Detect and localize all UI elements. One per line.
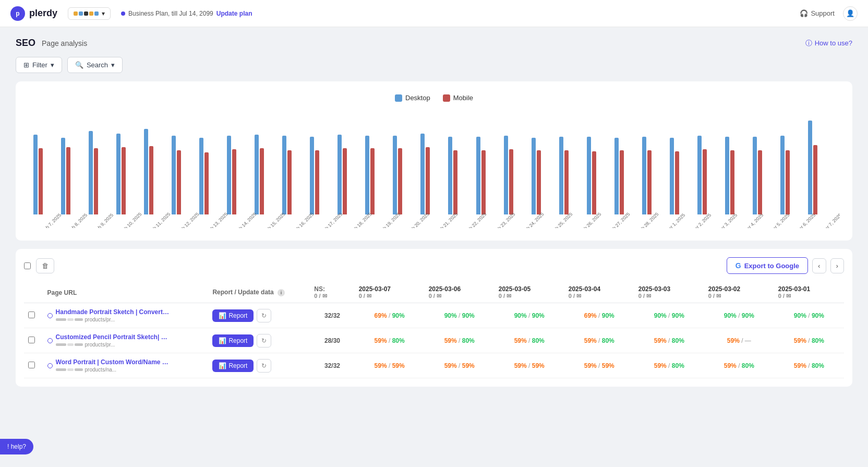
desktop-checkbox[interactable]: [395, 94, 402, 102]
desktop-bar: [670, 138, 674, 214]
user-icon[interactable]: 👤: [843, 6, 858, 21]
score-a: 90%: [794, 312, 806, 319]
bar-group: [420, 134, 447, 214]
desktop-bar: [282, 136, 286, 214]
chevron-down-icon: ▾: [51, 61, 54, 69]
score-b: 90%: [462, 312, 475, 319]
prev-arrow-button[interactable]: ‹: [812, 258, 826, 273]
select-all-checkbox[interactable]: [24, 262, 31, 269]
desktop-bar: [89, 131, 93, 214]
mobile-bar: [426, 147, 430, 214]
search-icon: 🔍: [75, 61, 83, 69]
table-header-row: 🗑 G Export to Google ‹ ›: [24, 257, 844, 274]
desktop-bar: [310, 137, 314, 214]
export-label: Export to Google: [744, 262, 799, 270]
mobile-bar: [453, 150, 457, 214]
score-a: 90%: [724, 312, 737, 319]
search-label: Search: [87, 61, 108, 69]
page-url-sub: products/na...: [56, 367, 171, 373]
bar-group: [504, 136, 531, 214]
refresh-button[interactable]: ↻: [257, 334, 271, 348]
desktop-bar: [365, 136, 369, 214]
score-a: 90%: [514, 312, 527, 319]
refresh-button[interactable]: ↻: [257, 309, 271, 322]
mobile-bar: [39, 148, 43, 214]
score-b: 80%: [392, 337, 405, 344]
logo-icon: p: [10, 6, 25, 21]
url-path: products/pr...: [85, 317, 115, 322]
desktop-bar: [61, 138, 65, 214]
mobile-bar: [260, 148, 264, 214]
update-plan-link[interactable]: Update plan: [216, 10, 252, 17]
score-b: 59%: [392, 362, 405, 369]
refresh-button[interactable]: ↻: [257, 359, 271, 373]
score-a: 59%: [584, 362, 597, 369]
score-b: 80%: [672, 337, 684, 344]
ns-value: 32/32: [324, 362, 340, 369]
report-cell: 📊 Report ↻: [208, 303, 310, 328]
seo-label: SEO: [16, 38, 35, 49]
desktop-bar: [614, 138, 619, 214]
table-row: Handmade Portrait Sketch | Convert P... …: [24, 303, 844, 328]
report-actions: 📊 Report ↻: [212, 309, 306, 322]
score-b: 90%: [392, 312, 405, 319]
how-to-use-link[interactable]: ⓘ How to use?: [805, 39, 852, 48]
score-cell-2: 90% / 90%: [495, 303, 564, 328]
mobile-bar: [370, 148, 375, 214]
score-cell-1: 90% / 90%: [425, 303, 495, 328]
mobile-bar: [232, 149, 236, 214]
url-path: products/na...: [85, 367, 117, 373]
support-button[interactable]: 🎧 Support: [800, 9, 835, 17]
page-url-link[interactable]: Word Portrait | Custom Word/Name P...: [56, 358, 171, 366]
url-cell: Handmade Portrait Sketch | Convert P... …: [43, 303, 209, 328]
legend-mobile[interactable]: Mobile: [443, 94, 473, 102]
score-cell-4: 59% / 80%: [634, 353, 704, 378]
ns-cell: 32/32: [310, 303, 354, 328]
bar-group: [808, 121, 835, 214]
report-button[interactable]: 📊 Report: [212, 360, 254, 372]
bar-group: [172, 136, 198, 214]
page-url-sub: products/pr...: [56, 342, 171, 348]
bar-group: [33, 135, 60, 214]
info-icon[interactable]: i: [278, 289, 285, 296]
legend-desktop-label: Desktop: [405, 94, 430, 102]
plan-selector[interactable]: ▾: [68, 7, 111, 20]
mobile-bar: [177, 150, 181, 214]
row-checkbox[interactable]: [28, 362, 35, 368]
mobile-bar: [786, 150, 790, 214]
score-cell-3: 69% / 90%: [564, 303, 634, 328]
report-button[interactable]: 📊 Report: [212, 309, 254, 322]
search-button[interactable]: 🔍 Search ▾: [67, 57, 123, 73]
bar-group: [753, 137, 779, 214]
score-cell-1: 59% / 80%: [425, 328, 495, 353]
score-cell-3: 59% / 80%: [564, 328, 634, 353]
delete-button[interactable]: 🗑: [36, 258, 54, 273]
legend-desktop[interactable]: Desktop: [395, 94, 430, 102]
export-to-google-button[interactable]: G Export to Google: [727, 257, 808, 274]
mobile-checkbox[interactable]: [443, 94, 450, 102]
mobile-bar: [398, 148, 402, 214]
next-arrow-button[interactable]: ›: [830, 258, 844, 273]
score-b: 80%: [672, 362, 684, 369]
score-a: 59%: [794, 337, 806, 344]
report-button[interactable]: 📊 Report: [212, 334, 254, 347]
desktop-bar: [144, 129, 148, 214]
mobile-bar: [647, 150, 652, 214]
mobile-bar: [675, 151, 679, 214]
bar-group: [697, 136, 724, 214]
row-checkbox[interactable]: [28, 312, 35, 318]
page-url-link[interactable]: Customized Pencil Portrait Sketch| C...: [56, 333, 171, 341]
row-checkbox[interactable]: [28, 337, 35, 343]
score-cell-0: 59% / 80%: [355, 328, 425, 353]
bar-group: [282, 136, 309, 214]
desktop-bar: [725, 137, 729, 214]
score-cell-5: 90% / 90%: [704, 303, 774, 328]
page-url-link[interactable]: Handmade Portrait Sketch | Convert P...: [56, 308, 171, 316]
logo[interactable]: p plerdy: [10, 6, 57, 21]
score-b: 80%: [602, 337, 614, 344]
filter-button[interactable]: ⊞ Filter ▾: [16, 57, 62, 73]
google-icon: G: [736, 261, 741, 270]
logo-text: plerdy: [29, 8, 57, 19]
score-cell-2: 59% / 80%: [495, 328, 564, 353]
bar-group: [725, 137, 752, 214]
